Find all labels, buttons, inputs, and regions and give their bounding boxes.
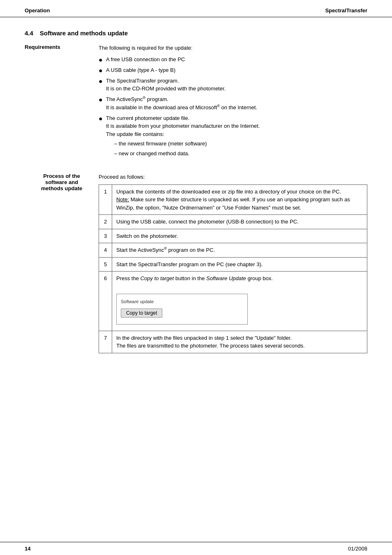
- main-content: 4.4 Software and methods update Requirem…: [0, 30, 392, 390]
- list-item: ● A USB cable (type A - type B): [99, 66, 367, 74]
- software-update-box: Software update Copy to target: [116, 294, 248, 325]
- bullet-text: The ActiveSync® program. It is available…: [106, 95, 367, 112]
- process-intro: Proceed as follows:: [99, 173, 367, 181]
- copy-to-target-button[interactable]: Copy to target: [121, 309, 162, 318]
- sub-item: – the newest firmware (meter software): [114, 140, 367, 148]
- requirements-section: Requirements The following is required f…: [25, 44, 367, 161]
- sw-update-label: Software update: [121, 298, 239, 305]
- step-content: Using the USB cable, connect the photome…: [112, 215, 367, 229]
- bullet-text: A free USB connection on the PC: [106, 55, 367, 64]
- list-item: ● The SpectralTransfer program. It is on…: [99, 77, 367, 93]
- page-footer: 14 01/2008: [0, 542, 392, 555]
- table-row: 4 Start the ActiveSync® program on the P…: [99, 243, 367, 258]
- step-number: 3: [99, 229, 112, 243]
- process-label: Process of the software and methods upda…: [25, 173, 99, 353]
- process-label-text: Process of the software and methods upda…: [41, 173, 82, 191]
- process-content: Proceed as follows: 1 Unpack the content…: [99, 173, 367, 353]
- table-row: 3 Switch on the photometer.: [99, 229, 367, 243]
- table-row: 6 Press the Copy to target button in the…: [99, 272, 367, 331]
- bullet-icon: ●: [99, 96, 106, 104]
- bullet-icon: ●: [99, 115, 106, 122]
- bullet-text: The current photometer update file. It i…: [106, 114, 367, 159]
- step-number: 6: [99, 272, 112, 331]
- page-number: 14: [25, 546, 30, 552]
- note-label: Note:: [116, 196, 129, 203]
- sub-item: – new or changed method data.: [114, 150, 367, 158]
- step-number: 4: [99, 243, 112, 258]
- requirements-label: Requirements: [25, 44, 99, 161]
- requirements-list: ● A free USB connection on the PC ● A US…: [99, 55, 367, 159]
- header-right: SpectralTransfer: [325, 7, 367, 14]
- page-header: Operation SpectralTransfer: [0, 0, 392, 17]
- table-row: 7 In the directory with the files unpack…: [99, 331, 367, 353]
- footer-date: 01/2008: [348, 546, 367, 552]
- process-section: Process of the software and methods upda…: [25, 173, 367, 353]
- bullet-icon: ●: [99, 77, 106, 85]
- step-number: 2: [99, 215, 112, 229]
- step-content: In the directory with the files unpacked…: [112, 331, 367, 353]
- bullet-sub-list: – the newest firmware (meter software) –…: [106, 140, 367, 157]
- step-number: 1: [99, 184, 112, 215]
- bullet-icon: ●: [99, 67, 106, 74]
- step-content: Switch on the photometer.: [112, 229, 367, 243]
- page: Operation SpectralTransfer 4.4 Software …: [0, 0, 392, 555]
- table-row: 2 Using the USB cable, connect the photo…: [99, 215, 367, 229]
- header-left: Operation: [25, 7, 50, 14]
- copy-to-target-ref: Copy to target: [141, 275, 174, 281]
- list-item: ● A free USB connection on the PC: [99, 55, 367, 64]
- process-table: 1 Unpack the contents of the downloaded …: [99, 184, 367, 353]
- step-number: 5: [99, 257, 112, 272]
- requirements-content: The following is required for the update…: [99, 44, 367, 161]
- list-item: ● The ActiveSync® program. It is availab…: [99, 95, 367, 112]
- requirements-intro: The following is required for the update…: [99, 44, 367, 52]
- table-row: 5 Start the SpectralTransfer program on …: [99, 257, 367, 272]
- step-content: Unpack the contents of the downloaded ex…: [112, 184, 367, 215]
- section-title: Software and methods update: [40, 30, 128, 37]
- step-content: Press the Copy to target button in the S…: [112, 272, 367, 331]
- step-number: 7: [99, 331, 112, 353]
- step-content: Start the ActiveSync® program on the PC.: [112, 243, 367, 258]
- software-update-ref: Software Update: [206, 275, 246, 281]
- step-content: Start the SpectralTransfer program on th…: [112, 257, 367, 272]
- bullet-text: The SpectralTransfer program. It is on t…: [106, 77, 367, 93]
- bullet-icon: ●: [99, 56, 106, 64]
- bullet-text: A USB cable (type A - type B): [106, 66, 367, 74]
- table-row: 1 Unpack the contents of the downloaded …: [99, 184, 367, 215]
- section-number: 4.4: [25, 30, 33, 37]
- list-item: ● The current photometer update file. It…: [99, 114, 367, 159]
- section-heading: 4.4 Software and methods update: [25, 30, 367, 37]
